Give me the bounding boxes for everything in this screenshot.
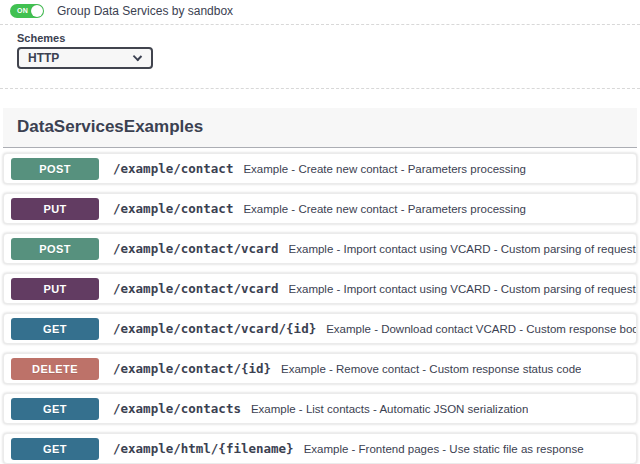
method-badge: GET	[11, 398, 99, 420]
operation-path: /example/contact/{id}	[113, 361, 271, 376]
group-toggle[interactable]: ON	[10, 4, 44, 18]
operation-row[interactable]: GET /example/contacts Example - List con…	[3, 393, 637, 424]
operation-row[interactable]: GET /example/contact/vcard/{id} Example …	[3, 313, 637, 344]
group-toggle-bar: ON Group Data Services by sandbox	[0, 0, 640, 25]
method-badge: POST	[11, 158, 99, 180]
operation-description: Example - Download contact VCARD - Custo…	[326, 323, 636, 335]
operation-description: Example - List contacts - Automatic JSON…	[251, 403, 528, 415]
operation-path: /example/contacts	[113, 401, 241, 416]
operation-row[interactable]: POST /example/contact Example - Create n…	[3, 153, 637, 184]
tag-header[interactable]: DataServicesExamples	[3, 108, 637, 148]
operation-path: /example/contact	[113, 201, 233, 216]
operation-description: Example - Frontend pages - Use static fi…	[304, 443, 584, 455]
group-toggle-label: Group Data Services by sandbox	[57, 4, 233, 18]
method-badge: PUT	[11, 278, 99, 300]
toggle-knob-icon	[31, 5, 43, 17]
method-badge: GET	[11, 318, 99, 340]
operation-row[interactable]: PUT /example/contact Example - Create ne…	[3, 193, 637, 224]
tag-section: DataServicesExamples	[3, 108, 637, 148]
operation-path: /example/contact/vcard	[113, 281, 279, 296]
method-badge: DELETE	[11, 358, 99, 380]
scheme-section: Schemes HTTP	[0, 25, 640, 89]
operations-list: POST /example/contact Example - Create n…	[3, 153, 637, 464]
chevron-down-icon	[133, 52, 142, 61]
operation-path: /example/contact/vcard	[113, 241, 279, 256]
operation-path: /example/contact	[113, 161, 233, 176]
operation-description: Example - Create new contact - Parameter…	[243, 163, 526, 175]
operation-path: /example/html/{filename}	[113, 441, 294, 456]
schemes-selected-value: HTTP	[19, 51, 59, 65]
operation-row[interactable]: POST /example/contact/vcard Example - Im…	[3, 233, 637, 264]
operation-description: Example - Create new contact - Parameter…	[243, 203, 526, 215]
operation-description: Example - Remove contact - Custom respon…	[281, 363, 581, 375]
method-badge: GET	[11, 438, 99, 460]
operation-row[interactable]: PUT /example/contact/vcard Example - Imp…	[3, 273, 637, 304]
schemes-label: Schemes	[17, 32, 640, 44]
operation-description: Example - Import contact using VCARD - C…	[289, 283, 636, 295]
operation-description: Example - Import contact using VCARD - C…	[289, 243, 636, 255]
method-badge: PUT	[11, 198, 99, 220]
toggle-on-label: ON	[17, 7, 28, 15]
schemes-select[interactable]: HTTP	[17, 47, 153, 69]
operation-row[interactable]: GET /example/html/{filename} Example - F…	[3, 433, 637, 464]
operation-row[interactable]: DELETE /example/contact/{id} Example - R…	[3, 353, 637, 384]
tag-title: DataServicesExamples	[17, 117, 203, 136]
operation-path: /example/contact/vcard/{id}	[113, 321, 316, 336]
method-badge: POST	[11, 238, 99, 260]
